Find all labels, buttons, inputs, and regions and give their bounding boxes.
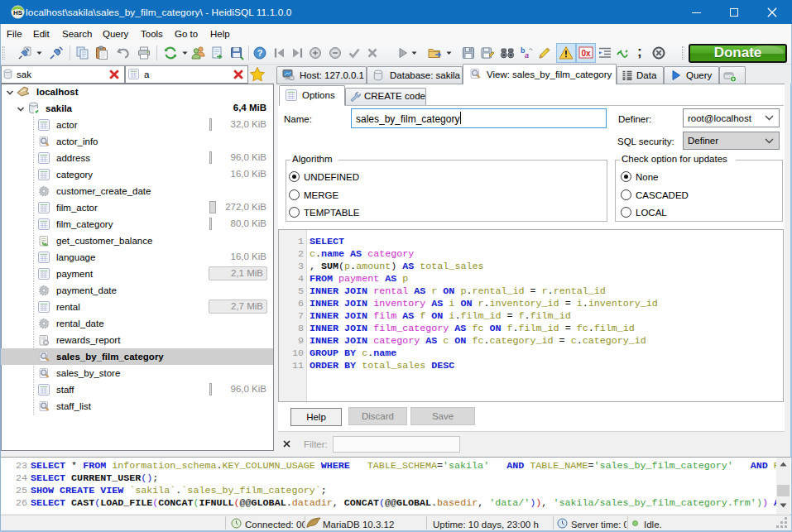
svg-text:0x: 0x — [581, 49, 591, 58]
svg-text:a: a — [525, 51, 529, 60]
svg-text:?: ? — [257, 48, 263, 58]
svg-text:HS: HS — [13, 9, 23, 17]
